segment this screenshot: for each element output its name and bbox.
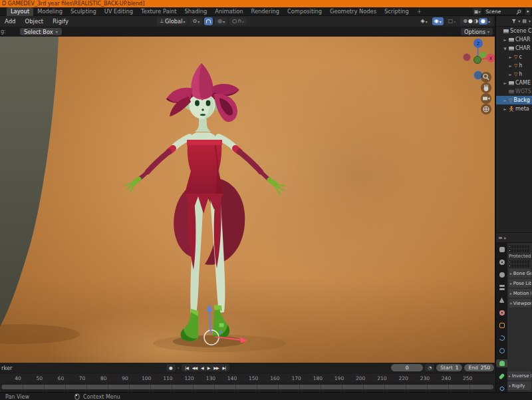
outliner-row-came[interactable]: ►CAME: [496, 79, 532, 87]
workspace-tab-modeling[interactable]: Modeling: [33, 7, 66, 16]
workspace-tab-geometry-nodes[interactable]: Geometry Nodes: [326, 7, 380, 16]
workspace-tab-shading[interactable]: Shading: [181, 7, 211, 16]
expand-arrow[interactable]: ►: [503, 99, 507, 102]
snap-toggle[interactable]: [204, 17, 213, 25]
world-properties-tab[interactable]: [496, 309, 507, 317]
layer-cell[interactable]: [514, 249, 516, 252]
filter-icon[interactable]: [511, 19, 516, 23]
layer-cell[interactable]: [517, 249, 519, 252]
panel-header-viewport-display[interactable]: ▾Viewport Display: [509, 299, 531, 307]
workspace-tab-sculpting[interactable]: Sculpting: [66, 7, 100, 16]
xray-toggle[interactable]: □ ▾: [446, 17, 459, 25]
outliner-row-h[interactable]: ►▽h: [496, 61, 532, 70]
protected-layers-grid[interactable]: [509, 260, 531, 268]
outliner-row-backg[interactable]: ►▽Backg: [496, 96, 532, 104]
marker-menu[interactable]: rker: [1, 365, 12, 371]
viewport-canvas[interactable]: Z X: [0, 37, 495, 363]
3d-viewport[interactable]: Z X: [0, 37, 495, 363]
active-tool-dropdown[interactable]: Select Box ▾: [20, 28, 62, 35]
z-axis-label[interactable]: Z: [477, 41, 480, 47]
expand-arrow[interactable]: ►: [503, 81, 507, 85]
panel-header-bone-groups[interactable]: ▸Bone Groups: [509, 269, 531, 278]
solid-shading-button[interactable]: ●: [468, 17, 473, 25]
material-shading-button[interactable]: ◑: [473, 17, 478, 25]
object-properties-tab[interactable]: [496, 321, 507, 329]
rigify-menu[interactable]: Rigify: [48, 16, 73, 27]
layer-cell[interactable]: [514, 245, 516, 248]
layer-cell[interactable]: [514, 264, 516, 268]
next-keyframe-button[interactable]: ▶▶: [213, 364, 219, 371]
character-model[interactable]: [126, 63, 286, 352]
outliner-row-h[interactable]: ►▽h: [496, 70, 532, 79]
outliner-row-char[interactable]: ▼CHAR: [496, 44, 532, 53]
frame-end-field[interactable]: End250: [464, 364, 494, 371]
layer-cell[interactable]: [522, 260, 524, 264]
expand-arrow[interactable]: ►: [508, 55, 513, 59]
layer-cell[interactable]: [517, 260, 519, 264]
wireframe-shading-button[interactable]: ⊕: [463, 17, 467, 25]
workspace-tab-layout[interactable]: Layout: [7, 7, 33, 16]
jump-to-end-button[interactable]: ▶|: [221, 364, 227, 371]
layer-cell[interactable]: [525, 260, 527, 264]
object-menu[interactable]: Object: [20, 16, 48, 27]
layer-cell[interactable]: [514, 260, 516, 264]
expand-arrow[interactable]: ►: [508, 64, 513, 68]
scene-properties-tab[interactable]: [496, 296, 507, 304]
bone-properties-tab[interactable]: [496, 372, 507, 380]
layer-cell[interactable]: [519, 264, 521, 268]
display-mode-icon[interactable]: ▤: [522, 19, 527, 24]
constraints-properties-tab[interactable]: [496, 347, 507, 355]
scene-name-field[interactable]: Scene: [483, 8, 524, 15]
outliner-row-scene-col[interactable]: Scene Col: [496, 27, 532, 35]
view-layer-properties-tab[interactable]: [496, 284, 507, 292]
add-workspace-button[interactable]: +: [413, 7, 426, 16]
outliner-row-c[interactable]: ►▽c: [496, 53, 532, 61]
jump-to-start-button[interactable]: |◀: [184, 364, 190, 371]
previous-keyframe-button[interactable]: ◀◀: [191, 364, 198, 371]
layer-cell[interactable]: [519, 260, 521, 264]
pan-button[interactable]: [481, 83, 491, 93]
snap-target-dropdown[interactable]: ◎ ▾: [215, 17, 227, 25]
object-data-properties-tab[interactable]: [496, 359, 507, 367]
workspace-tab-animation[interactable]: Animation: [211, 7, 247, 16]
auto-keying-toggle[interactable]: ●: [166, 364, 176, 371]
layer-cell[interactable]: [522, 264, 524, 268]
layer-cell[interactable]: [509, 260, 511, 264]
backdrop-object[interactable]: [0, 37, 80, 344]
workspace-tab-texture-paint[interactable]: Texture Paint: [137, 7, 181, 16]
outliner-row-meta[interactable]: ►meta: [496, 104, 532, 113]
layer-cell[interactable]: [511, 245, 513, 248]
layer-cell[interactable]: [509, 249, 511, 252]
orthographic-toggle-button[interactable]: [481, 104, 491, 114]
zoom-button[interactable]: [481, 72, 491, 83]
layer-cell[interactable]: [527, 260, 529, 264]
properties-editor-icon[interactable]: ≡: [498, 235, 503, 241]
expand-arrow[interactable]: ►: [503, 107, 507, 111]
timeline-track-area[interactable]: [0, 382, 495, 392]
layer-cell[interactable]: [511, 260, 513, 264]
show-gizmos-dropdown[interactable]: ◈ ▾: [418, 17, 430, 25]
layer-cell[interactable]: [527, 245, 529, 248]
layer-cell[interactable]: [517, 245, 519, 248]
expand-arrow[interactable]: ►: [508, 73, 513, 77]
outliner-row-char[interactable]: ►CHAR: [496, 35, 532, 44]
layer-cell[interactable]: [511, 249, 513, 252]
panel-header-motion-paths[interactable]: ▸Motion Paths: [509, 289, 531, 298]
use-preview-range-toggle[interactable]: ◔: [425, 364, 434, 371]
layer-cell[interactable]: [527, 264, 529, 268]
camera-view-button[interactable]: [481, 93, 491, 104]
options-dropdown[interactable]: Options ▾: [461, 28, 493, 35]
pin-icon[interactable]: [516, 9, 521, 15]
panel-header-inverse-kinematics[interactable]: ▸Inverse Kinematics: [507, 371, 531, 380]
layer-cell[interactable]: [522, 249, 524, 252]
workspace-tab-scripting[interactable]: Scripting: [380, 7, 413, 16]
x-axis-label[interactable]: X: [489, 56, 493, 61]
render-properties-tab[interactable]: [496, 258, 507, 266]
layer-cell[interactable]: [525, 249, 527, 252]
current-frame-field[interactable]: 0: [391, 364, 423, 371]
browse-scene-button[interactable]: ▣▾: [473, 8, 482, 15]
layer-cell[interactable]: [527, 249, 529, 252]
frame-start-field[interactable]: Start1: [436, 364, 462, 371]
workspace-tab-uv-editing[interactable]: UV Editing: [100, 7, 137, 16]
layer-cell[interactable]: [509, 264, 511, 268]
